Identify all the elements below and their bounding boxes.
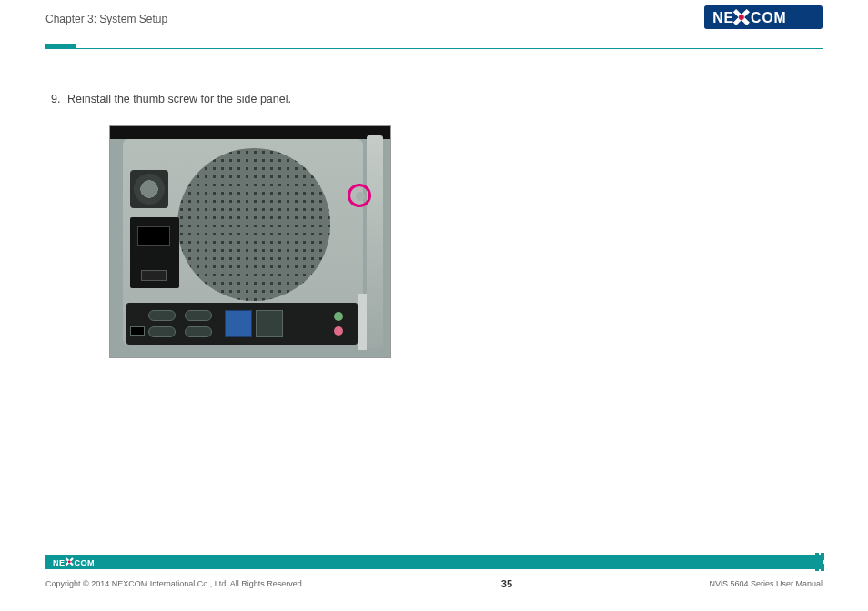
nexcom-logo-small-icon: NE COM — [53, 556, 122, 568]
footer-end-mark-icon — [815, 553, 824, 571]
svg-rect-8 — [821, 553, 824, 560]
header-rule — [45, 44, 823, 49]
brand-logo: NE COM — [704, 5, 823, 33]
svg-point-2 — [739, 15, 744, 20]
psu-panel — [130, 217, 179, 288]
svg-text:COM: COM — [75, 558, 95, 567]
svg-text:NE: NE — [712, 10, 734, 25]
thumb-screw-highlight-icon — [348, 184, 371, 207]
footer-rule: NE COM — [45, 555, 823, 573]
copyright-text: Copyright © 2014 NEXCOM International Co… — [45, 579, 304, 588]
svg-point-5 — [68, 560, 71, 563]
footer-line: Copyright © 2014 NEXCOM International Co… — [45, 578, 823, 589]
svg-rect-9 — [815, 564, 819, 571]
nexcom-logo-icon: NE COM — [704, 5, 823, 29]
instruction-step: 9. Reinstall the thumb screw for the sid… — [51, 93, 823, 105]
page-number: 35 — [501, 578, 512, 589]
step-number: 9. — [51, 93, 67, 105]
pc-rear-photo — [109, 125, 391, 358]
svg-text:NE: NE — [53, 558, 65, 567]
fan-icon — [130, 170, 168, 208]
step-text: Reinstall the thumb screw for the side p… — [67, 93, 291, 105]
product-figure — [109, 125, 391, 358]
svg-rect-7 — [815, 553, 819, 560]
ventilation-grill-icon — [177, 148, 330, 301]
io-panel — [126, 303, 358, 345]
page-header: Chapter 3: System Setup NE COM — [45, 0, 823, 42]
doc-title: NViS 5604 Series User Manual — [710, 579, 823, 588]
brand-logo-small: NE COM — [53, 556, 122, 572]
svg-rect-10 — [821, 564, 824, 571]
page-content: 9. Reinstall the thumb screw for the sid… — [45, 49, 823, 358]
svg-text:COM: COM — [751, 10, 787, 25]
